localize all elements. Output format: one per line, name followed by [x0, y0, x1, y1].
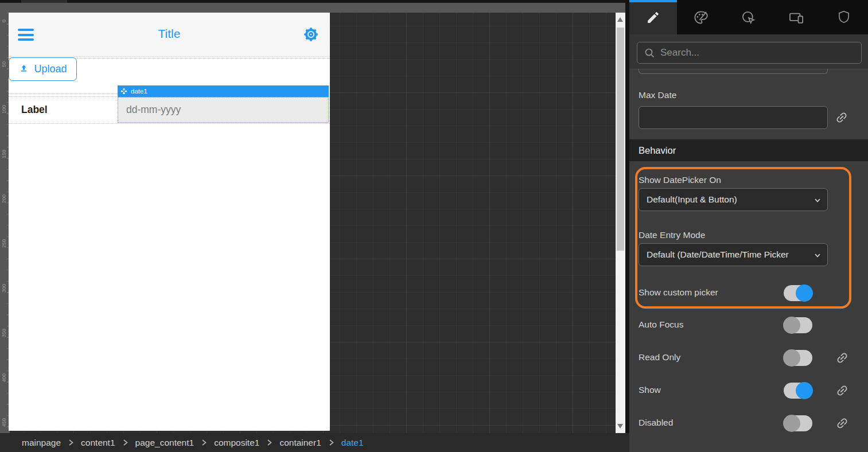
toggle-knob [796, 382, 813, 399]
breadcrumb: mainpage content1 page_content1 composit… [0, 433, 629, 452]
show-custom-picker-label: Show custom picker [639, 287, 718, 298]
toggle-row-disabled: Disabled [629, 415, 868, 431]
max-date-label: Max Date [639, 90, 676, 100]
phone-preview-canvas: Title [9, 13, 330, 431]
ruler-label: 450 [1, 415, 7, 430]
breadcrumb-item-composite1[interactable]: composite1 [214, 438, 259, 448]
show-custom-picker-toggle[interactable] [784, 285, 812, 301]
behavior-section-body: Show DatePicker On Default(Input & Butto… [629, 161, 868, 452]
ruler-label: 100 [1, 102, 7, 116]
shield-icon [836, 10, 851, 25]
auto-focus-toggle[interactable] [784, 317, 812, 333]
gear-icon[interactable] [302, 25, 320, 44]
upload-button-label: Upload [34, 63, 67, 75]
date-entry-mode-label: Date Entry Mode [639, 230, 705, 240]
behavior-section-title: Behavior [639, 145, 676, 156]
toggle-knob [783, 317, 800, 334]
toggle-row-read-only: Read Only [629, 350, 868, 366]
ruler-label: 350 [1, 325, 7, 340]
disabled-toggle[interactable] [784, 415, 812, 431]
bind-property-link-icon[interactable] [835, 384, 849, 398]
tab-properties[interactable] [629, 0, 677, 34]
scroll-up-arrow[interactable] [617, 17, 623, 22]
breadcrumb-item-content1[interactable]: content1 [81, 438, 115, 448]
scroll-down-arrow[interactable] [617, 424, 623, 428]
tab-security[interactable] [820, 0, 868, 34]
chevron-right-icon [267, 439, 272, 446]
horizontal-ruler [0, 3, 625, 13]
show-datepicker-select[interactable]: Default(Input & Button) [639, 188, 828, 211]
scrolled-field-remnant[interactable] [639, 69, 828, 74]
toggle-knob [796, 285, 813, 302]
upload-icon [18, 63, 29, 76]
search-icon [644, 47, 655, 59]
upload-button[interactable]: Upload [9, 57, 77, 81]
ruler-label: 0 [1, 13, 7, 28]
cursor-click-icon [741, 10, 756, 25]
tab-styles[interactable] [677, 0, 725, 34]
bind-property-link-icon[interactable] [835, 111, 848, 124]
scrollbar-thumb[interactable] [617, 28, 624, 251]
toggle-knob [783, 349, 800, 367]
search-box[interactable] [637, 42, 862, 64]
ruler-label: 200 [1, 191, 7, 206]
tab-events[interactable] [725, 0, 772, 34]
form-row: Label [9, 96, 330, 124]
pencil-icon [646, 10, 660, 25]
chevron-right-icon [201, 439, 207, 446]
panel-search-area [629, 34, 868, 69]
canvas-scrollbar[interactable] [616, 13, 625, 433]
date-entry-mode-value: Default (Date/DateTime/Time Picker [647, 250, 789, 260]
panel-tabbar [629, 0, 868, 34]
max-date-input[interactable] [639, 106, 828, 129]
widget-outline [9, 96, 116, 97]
date-widget-input[interactable] [118, 97, 329, 123]
chevron-down-icon [813, 196, 822, 206]
design-workspace: 0 50 100 150 200 250 300 350 400 450 Tit… [0, 0, 625, 452]
toggle-row-auto-focus: Auto Focus [629, 317, 868, 333]
behavior-section-header: Behavior [629, 139, 868, 161]
ruler-label: 50 [1, 57, 7, 72]
breadcrumb-item-page-content1[interactable]: page_content1 [135, 438, 194, 448]
properties-panel: Max Date Behavior Show DatePicker On Def… [629, 0, 868, 452]
bind-property-link-icon[interactable] [835, 416, 849, 430]
devices-icon [788, 9, 804, 25]
ruler-label: 400 [1, 370, 7, 385]
chevron-right-icon [123, 439, 128, 446]
toggle-knob [783, 415, 800, 432]
selected-widget-tag[interactable]: date1 [118, 85, 329, 97]
phone-header: Title [9, 13, 330, 57]
phone-page-title: Title [9, 27, 330, 41]
date-entry-mode-select[interactable]: Default (Date/DateTime/Time Picker [639, 243, 828, 266]
show-label: Show [639, 385, 661, 395]
palette-icon [693, 10, 709, 25]
breadcrumb-item-container1[interactable]: container1 [279, 438, 321, 448]
ruler-label: 300 [1, 280, 7, 295]
breadcrumb-item-mainpage[interactable]: mainpage [22, 438, 61, 448]
move-icon [120, 88, 127, 95]
show-datepicker-value: Default(Input & Button) [647, 194, 737, 205]
read-only-label: Read Only [639, 352, 680, 363]
auto-focus-label: Auto Focus [639, 319, 683, 330]
chevron-down-icon [813, 251, 822, 262]
selected-widget-name: date1 [131, 88, 147, 95]
tab-devices[interactable] [773, 0, 820, 34]
ruler-label: 250 [1, 236, 7, 251]
chevron-right-icon [329, 439, 334, 446]
breadcrumb-item-date1[interactable]: date1 [341, 438, 364, 448]
toggle-row-show: Show [629, 383, 868, 399]
properties-section: Max Date [629, 69, 868, 139]
panel-divider [625, 0, 629, 452]
read-only-toggle[interactable] [784, 350, 812, 366]
toggle-row-show-custom-picker: Show custom picker [629, 285, 868, 301]
chevron-right-icon [68, 439, 73, 446]
disabled-label: Disabled [639, 418, 673, 428]
form-field-label: Label [21, 104, 48, 116]
search-input[interactable] [660, 47, 850, 59]
show-toggle[interactable] [784, 383, 812, 399]
ruler-label: 150 [1, 146, 7, 161]
bind-property-link-icon[interactable] [835, 351, 849, 365]
show-datepicker-label: Show DatePicker On [639, 175, 721, 185]
